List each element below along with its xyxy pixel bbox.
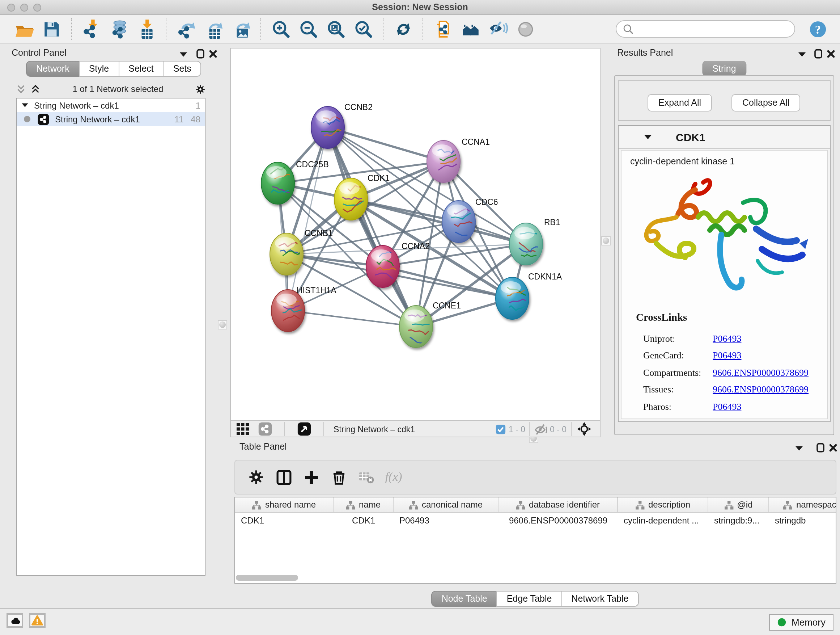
export-table-button[interactable]	[201, 17, 226, 41]
gear-icon[interactable]	[195, 84, 205, 94]
cell-name[interactable]: CDK1	[333, 513, 393, 528]
selected-checkbox-icon[interactable]	[496, 421, 506, 437]
crosslink-link[interactable]: 9606.ENSP00000378699	[713, 384, 808, 396]
crosslink-link[interactable]: P06493	[713, 401, 741, 413]
right-splitter-handle[interactable]	[601, 236, 611, 245]
help-button[interactable]: ?	[805, 17, 830, 41]
export-network-button[interactable]	[174, 17, 198, 41]
tab-edge-table[interactable]: Edge Table	[497, 591, 562, 607]
node-CCNB1[interactable]: CCNB1	[270, 228, 333, 275]
cell-namespace[interactable]: stringdb	[769, 513, 836, 528]
zoom-fit-button[interactable]	[324, 17, 348, 41]
network-row[interactable]: String Network – cdk1 11 48	[17, 112, 205, 126]
control-panel-close-icon[interactable]	[208, 49, 218, 59]
chevrons-up-icon[interactable]	[30, 84, 41, 94]
delete-column-icon[interactable]	[328, 466, 349, 488]
tab-network[interactable]: Network	[26, 61, 80, 77]
warning-button[interactable]	[29, 613, 46, 628]
tab-node-table[interactable]: Node Table	[431, 591, 497, 607]
table-panel-float-icon[interactable]	[815, 442, 826, 453]
open-in-new-icon[interactable]	[297, 421, 311, 437]
cell-@id[interactable]: stringdb:9...	[708, 513, 769, 528]
share-document-button[interactable]	[431, 17, 455, 41]
export-image-button[interactable]	[229, 17, 253, 41]
add-column-icon[interactable]	[300, 466, 322, 488]
network-view[interactable]: CCNB2CCNA1CDC25BCDK1CDC6RB1CCNB1CCNA2CDK…	[230, 48, 600, 437]
save-session-icon	[42, 19, 61, 39]
hidden-eye-icon[interactable]	[534, 421, 547, 437]
column-header-shared-name[interactable]: shared name	[235, 497, 333, 512]
search-input[interactable]	[635, 23, 789, 35]
control-panel-float-icon[interactable]	[195, 49, 205, 59]
column-header-@id[interactable]: @id	[708, 497, 769, 512]
crosslink-link[interactable]: 9606.ENSP00000378699	[713, 367, 808, 379]
zoom-in-button[interactable]	[268, 17, 293, 41]
table-row[interactable]: CDK1CDK1P064939606.ENSP00000378699cyclin…	[235, 513, 836, 528]
hide-panels-button[interactable]	[485, 17, 510, 41]
gene-section-header[interactable]: CDK1	[619, 126, 830, 149]
cell-database-identifier[interactable]: 9606.ENSP00000378699	[499, 513, 618, 528]
chevrons-down-icon[interactable]	[16, 84, 26, 94]
cell-shared-name[interactable]: CDK1	[235, 513, 333, 528]
node-HIST1H1A[interactable]: HIST1H1A	[271, 286, 337, 332]
node-CDK1[interactable]: CDK1	[334, 173, 390, 220]
import-database-button[interactable]	[106, 17, 131, 41]
import-table-button[interactable]	[134, 17, 158, 41]
cell-description[interactable]: cyclin-dependent ...	[618, 513, 708, 528]
string-badge-gray-icon[interactable]	[258, 421, 272, 437]
crosslink-link[interactable]: P06493	[713, 333, 741, 345]
cloud-button[interactable]	[6, 613, 23, 628]
birdseye-icon[interactable]	[577, 421, 591, 437]
collapse-triangle-icon[interactable]	[21, 101, 31, 109]
tab-string[interactable]: String	[702, 61, 746, 76]
tab-style[interactable]: Style	[79, 61, 119, 77]
node-CCNB2[interactable]: CCNB2	[311, 103, 373, 149]
column-header-namespace[interactable]: namespace	[769, 497, 836, 512]
tab-select[interactable]: Select	[118, 61, 164, 77]
node-RB1[interactable]: RB1	[509, 218, 561, 265]
expand-all-button[interactable]: Expand All	[647, 94, 712, 111]
table-panel-menu-icon[interactable]	[794, 443, 804, 453]
column-header-name[interactable]: name	[333, 497, 393, 512]
zoom-out-button[interactable]	[296, 17, 321, 41]
results-panel-close-icon[interactable]	[826, 49, 836, 59]
search-box[interactable]	[616, 20, 795, 38]
tab-network-table[interactable]: Network Table	[561, 591, 638, 607]
column-header-database-identifier[interactable]: database identifier	[499, 497, 618, 512]
grid-view-icon[interactable]	[237, 421, 249, 437]
control-panel-menu-icon[interactable]	[178, 49, 188, 59]
home-button[interactable]	[458, 17, 483, 41]
show-eye-button[interactable]	[513, 17, 538, 41]
import-network-button[interactable]	[79, 17, 103, 41]
share-document-icon	[433, 19, 453, 39]
network-canvas[interactable]: CCNB2CCNA1CDC25BCDK1CDC6RB1CCNB1CCNA2CDK…	[231, 49, 600, 420]
node-CDKN1A[interactable]: CDKN1A	[496, 272, 562, 319]
column-header-canonical-name[interactable]: canonical name	[393, 497, 499, 512]
left-splitter-handle[interactable]	[218, 320, 227, 329]
open-session-button[interactable]	[11, 17, 36, 41]
cell-canonical-name[interactable]: P06493	[393, 513, 499, 528]
network-collection-row[interactable]: String Network – cdk1 1	[17, 98, 205, 112]
table-panel-close-icon[interactable]	[828, 442, 838, 453]
edge-CCNB2-CCNE1[interactable]	[328, 127, 416, 326]
column-header-description[interactable]: description	[618, 497, 708, 512]
table-gear-icon[interactable]	[245, 466, 267, 488]
save-session-button[interactable]	[39, 17, 64, 41]
table-columns-icon[interactable]	[273, 466, 294, 488]
results-panel-menu-icon[interactable]	[797, 49, 807, 59]
tab-sets[interactable]: Sets	[163, 61, 202, 77]
memory-button[interactable]: Memory	[769, 614, 834, 631]
crosslink-row: Uniprot:P06493	[643, 330, 821, 347]
refresh-layout-button[interactable]	[391, 17, 415, 41]
network-label: String Network – cdk1	[49, 114, 167, 124]
zoom-selected-button[interactable]	[351, 17, 376, 41]
collapse-all-button[interactable]: Collapse All	[731, 94, 801, 111]
results-panel-float-icon[interactable]	[813, 49, 823, 59]
hide-panels-icon	[488, 19, 508, 39]
crosslink-link[interactable]: P06493	[713, 350, 741, 362]
collapse-triangle-icon[interactable]	[643, 133, 653, 142]
node-table[interactable]: shared namenamecanonical namedatabase id…	[234, 497, 836, 584]
edge-HIST1H1A-CCNE1[interactable]	[288, 310, 416, 326]
node-CCNE1[interactable]: CCNE1	[399, 301, 461, 348]
table-hscrollbar[interactable]	[236, 575, 298, 581]
